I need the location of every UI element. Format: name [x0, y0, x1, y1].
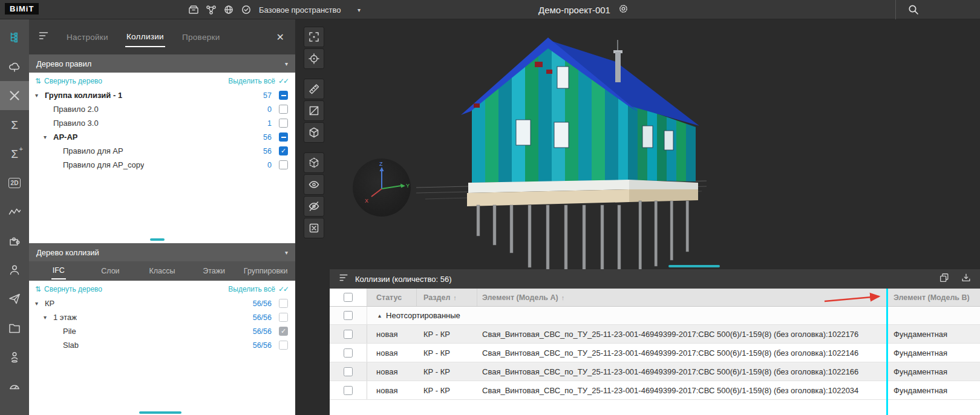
- sidebar-item-users[interactable]: [0, 255, 29, 284]
- tree-item-checkbox[interactable]: [279, 132, 288, 142]
- tree-item-checkbox[interactable]: [279, 341, 288, 350]
- clear-selection-button[interactable]: [304, 218, 324, 238]
- row-checkbox[interactable]: [344, 330, 353, 339]
- tree-item-count: 0: [267, 105, 272, 114]
- collapse-tree-link[interactable]: Свернуть дерево: [35, 285, 102, 293]
- table-row[interactable]: новая КР - КР Свая_Винтовая_СВС_по_ТУ_25…: [330, 362, 980, 381]
- export-icon[interactable]: [961, 272, 972, 286]
- archive-icon[interactable]: [188, 4, 200, 16]
- waves-icon: [8, 205, 21, 218]
- filter-sort-icon[interactable]: [38, 30, 50, 44]
- tree-item[interactable]: Правило 3.0 1: [29, 116, 295, 130]
- annotation-arrow: [821, 290, 887, 306]
- rules-section-header[interactable]: Дерево правил ▾: [29, 54, 295, 73]
- tree-item[interactable]: Правило для АР 56: [29, 144, 295, 158]
- double-check-icon: [278, 77, 288, 85]
- tree-item-checkbox[interactable]: [279, 119, 288, 128]
- tree-item-checkbox[interactable]: [279, 146, 288, 155]
- subtab-groupings[interactable]: Группировки: [240, 263, 292, 279]
- caret-down-icon[interactable]: [35, 92, 45, 99]
- table-row[interactable]: новая КР - КР Свая_Винтовая_СВС_по_ТУ_25…: [330, 381, 980, 400]
- tree-item-checkbox[interactable]: [279, 105, 288, 114]
- row-checkbox[interactable]: [344, 386, 353, 395]
- horizontal-scrollbar-thumb[interactable]: [139, 411, 181, 414]
- tree-item-checkbox[interactable]: [279, 160, 288, 169]
- tree-item-checkbox[interactable]: [279, 91, 288, 100]
- subtab-layers[interactable]: Слои: [85, 263, 137, 279]
- caret-down-icon[interactable]: [44, 134, 53, 140]
- cell-status: новая: [367, 381, 417, 399]
- subtab-ifc[interactable]: IFC: [33, 263, 85, 279]
- sidebar-item-user-location[interactable]: [0, 342, 29, 371]
- collisions-section-header[interactable]: Дерево коллизий ▾: [29, 243, 295, 261]
- tree-item[interactable]: Правило для АР_copy 0: [29, 158, 295, 172]
- hide-elements-button[interactable]: [304, 196, 324, 217]
- row-checkbox[interactable]: [344, 367, 353, 376]
- sidebar-item-model-tree[interactable]: [0, 23, 29, 52]
- tab-checks[interactable]: Проверки: [181, 28, 221, 47]
- table-group-row[interactable]: Неотсортированные: [330, 307, 980, 325]
- tab-settings[interactable]: Настройки: [65, 28, 109, 47]
- sidebar-item-dashboard[interactable]: [0, 371, 29, 400]
- table-row[interactable]: новая КР - КР Свая_Винтовая_СВС_по_ТУ_25…: [330, 325, 980, 344]
- horizontal-scrollbar-thumb[interactable]: [668, 265, 720, 267]
- search-icon[interactable]: [907, 4, 920, 18]
- horizontal-scrollbar-thumb[interactable]: [150, 238, 165, 241]
- sidebar-item-collisions[interactable]: [0, 81, 29, 110]
- duplicate-icon[interactable]: [939, 272, 950, 286]
- tree-item-label: Slab: [63, 341, 79, 350]
- column-section[interactable]: Раздел: [417, 289, 477, 306]
- column-element-b[interactable]: Элемент (Модель B): [886, 289, 980, 306]
- check-circle-icon[interactable]: [240, 4, 252, 16]
- cell-section: КР - КР: [417, 344, 477, 362]
- collaboration-icon[interactable]: [205, 4, 217, 16]
- tab-collisions[interactable]: Коллизии: [125, 27, 165, 47]
- select-all-link[interactable]: Выделить всё: [228, 77, 288, 85]
- sidebar-item-plugins[interactable]: [0, 226, 29, 255]
- tree-item-checkbox[interactable]: [279, 313, 288, 322]
- tree-item[interactable]: Группа коллизий - 1 57: [29, 88, 295, 102]
- subtab-classes[interactable]: Классы: [136, 263, 188, 279]
- caret-down-icon[interactable]: [35, 300, 45, 307]
- close-icon[interactable]: ✕: [274, 31, 287, 43]
- sidebar-item-2d[interactable]: 2D: [0, 168, 29, 197]
- sidebar-item-files[interactable]: [0, 313, 29, 342]
- tree-item[interactable]: КР 56/56: [29, 296, 295, 310]
- subtab-floors[interactable]: Этажи: [188, 263, 240, 279]
- show-elements-button[interactable]: [304, 174, 324, 195]
- focus-selection-button[interactable]: [304, 27, 324, 47]
- tree-item[interactable]: Правило 2.0 0: [29, 102, 295, 116]
- tree-item[interactable]: 1 этаж 56/56: [29, 310, 295, 324]
- column-status[interactable]: Статус: [367, 289, 417, 306]
- sidebar-item-sum-plus[interactable]: Σ: [0, 139, 29, 168]
- navigation-gizmo[interactable]: Z Y X: [353, 158, 411, 217]
- tree-item[interactable]: Slab 56/56: [29, 338, 295, 352]
- select-all-checkbox[interactable]: [344, 293, 353, 302]
- project-settings-gear-icon[interactable]: [618, 3, 629, 17]
- caret-down-icon[interactable]: [44, 314, 53, 321]
- cell-element-a: Свая_Винтовая_СВС_по_ТУ_25-11-23-001-469…: [477, 362, 886, 381]
- sidebar-item-point-clouds[interactable]: [0, 52, 29, 81]
- table-row[interactable]: новая КР - КР Свая_Винтовая_СВС_по_ТУ_25…: [330, 344, 980, 362]
- tree-item[interactable]: АР-АР 56: [29, 130, 295, 144]
- clip-volume-button[interactable]: [304, 152, 324, 173]
- tree-item-checkbox[interactable]: [279, 327, 288, 336]
- sidebar-item-graphs[interactable]: [0, 197, 29, 226]
- sidebar-item-sum[interactable]: Σ: [0, 110, 29, 139]
- globe-icon[interactable]: [223, 4, 235, 16]
- center-view-button[interactable]: [304, 48, 324, 69]
- group-checkbox[interactable]: [344, 311, 353, 320]
- measure-button[interactable]: [304, 79, 324, 99]
- section-plane-button[interactable]: [304, 100, 324, 121]
- cube-view-button[interactable]: [304, 122, 324, 143]
- filter-sort-icon[interactable]: [338, 272, 349, 286]
- collision-tree-tabs: IFC Слои Классы Этажи Группировки: [29, 261, 295, 281]
- collapse-tree-link[interactable]: Свернуть дерево: [35, 77, 102, 85]
- sidebar-item-share[interactable]: [0, 284, 29, 313]
- tree-item-checkbox[interactable]: [279, 299, 288, 308]
- workspace-dropdown[interactable]: Базовое пространство ▾: [259, 0, 361, 19]
- row-checkbox[interactable]: [344, 348, 353, 358]
- tree-item[interactable]: Pile 56/56: [29, 324, 295, 338]
- select-all-link[interactable]: Выделить всё: [228, 285, 288, 293]
- collapse-group-icon[interactable]: [378, 312, 381, 319]
